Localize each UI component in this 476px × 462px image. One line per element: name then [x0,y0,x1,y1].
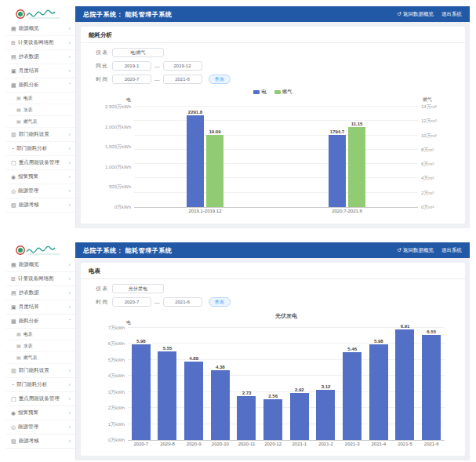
sidebar-item-key-equipment[interactable]: ▢重点用能设备管理‹ [6,392,75,406]
electric-bar[interactable]: 5.98 [132,344,151,440]
meter-doc-icon: ▤ [16,344,21,348]
sidebar-item-label: 月度结算 [19,67,67,75]
electric-bar[interactable]: 5.46 [343,352,362,440]
sidebar-item-monthly-settlement[interactable]: ▣月度结算‹ [6,64,75,78]
sidebar-item-energy-management[interactable]: ◎能源管理‹ [6,184,75,198]
sidebar-item-dept-energy-analysis[interactable]: ◔部门能耗分析‹ [6,142,75,156]
sidebar-item-meter-reading[interactable]: ▤抄表数据‹ [6,286,75,300]
legend-item[interactable]: 电 [253,89,267,96]
electric-bar[interactable]: 5.55 [158,351,176,440]
sidebar-subitem-gas-meter[interactable]: ▤燃气表 [6,352,75,364]
sidebar-subitem-water-meter[interactable]: ▤水表 [6,104,75,116]
sidebar-subitem-gas-meter[interactable]: ▤燃气表 [6,116,75,128]
sidebar-item-dept-energy-analysis[interactable]: ◔部门能耗分析‹ [6,378,75,392]
gas-bar[interactable]: 10.09 [206,135,223,207]
back-to-overview-link[interactable]: ↺返回数据概览 [398,247,434,254]
bar-value-label: 6.55 [427,329,436,334]
sidebar-item-dept-energy-settings[interactable]: ▥部门能耗设置‹ [6,128,75,142]
sidebar-item-metering-network[interactable]: ⊞计量设备网络图‹ [6,272,75,286]
legend-item[interactable]: 燃气 [274,89,293,96]
back-to-overview-label: 返回数据概览 [403,247,434,254]
logout-link[interactable]: 退出系统 [441,11,462,18]
bar-group: 5.46 [339,328,365,440]
category-slot: 2.732020-11 [234,328,260,440]
bar-group: 6.55 [418,328,445,440]
chevron-left-icon: ‹ [69,410,71,416]
electric-bar[interactable]: 2291.8 [187,115,204,207]
sidebar-item-label: 重点用能设备管理 [19,395,67,402]
electric-bar[interactable]: 6.91 [395,329,414,440]
hospital-logo-emblem [15,245,67,256]
logout-link[interactable]: 退出系统 [441,247,462,254]
range-separator: — [154,77,160,82]
time-period-row: 时 间 2020-7 — 2021-6 查询 [89,297,457,307]
sidebar-subitem-electric-meter[interactable]: ▤电表 [6,329,75,340]
meter-filter-label: 仪 表 [89,286,107,293]
time-period-label: 时 间 [89,76,107,83]
header-actions: ↺返回数据概览 退出系统 [398,6,470,22]
electric-bar[interactable]: 2.56 [263,399,282,440]
divider [81,42,465,43]
energy-management-icon: ◎ [11,188,16,194]
energy-management-icon: ◎ [11,424,16,430]
alarm-warning-icon: ◉ [11,410,16,416]
sidebar-item-dept-energy-settings[interactable]: ▥部门能耗设置‹ [6,364,75,378]
bar-group: 4.88 [180,328,207,440]
electric-bar[interactable]: 4.38 [211,370,230,440]
sidebar-item-monthly-settlement[interactable]: ▣月度结算‹ [6,300,75,315]
electric-bar[interactable]: 3.12 [316,390,335,440]
time-to-input[interactable]: 2021-6 [163,75,202,84]
sidebar-item-key-equipment[interactable]: ▢重点用能设备管理‹ [6,156,75,170]
meter-reading-icon: ▤ [11,54,16,60]
sidebar-item-alarm-warning[interactable]: ◉报警预警‹ [6,170,75,184]
sidebar-item-meter-reading[interactable]: ▤抄表数据‹ [6,50,75,64]
time-period-label: 时 间 [89,299,107,306]
sidebar-item-energy-management[interactable]: ◎能源管理‹ [6,420,75,435]
bar-value-label: 5.46 [347,347,357,351]
category-slot: 5.982021-4 [365,328,392,440]
app-header: 总院子系统： 能耗管理子系统 ↺返回数据概览 退出系统 [6,242,470,258]
electric-bar[interactable]: 2.73 [237,396,256,440]
electric-bar[interactable]: 5.98 [369,344,388,440]
bar-value-label: 1794.7 [330,129,344,134]
query-button[interactable]: 查询 [209,297,231,307]
sidebar-item-label: 重点用能设备管理 [19,159,67,166]
sidebar-item-energy-assessment[interactable]: ▧能源考核‹ [6,435,75,449]
time-from-input[interactable]: 2020-7 [112,75,151,84]
meter-doc-icon: ▤ [16,119,21,124]
bar-value-label: 5.98 [136,339,146,344]
bar-group: 5.55 [154,328,181,440]
energy-analysis-icon: ▩ [11,318,16,324]
query-button[interactable]: 查询 [209,75,231,84]
meter-doc-icon: ▤ [16,107,21,112]
compare-to-input[interactable]: 2019-12 [163,61,202,71]
electric-bar[interactable]: 2.92 [290,393,309,440]
sidebar-subitem-water-meter[interactable]: ▤水表 [6,340,75,352]
electric-bar[interactable]: 1794.7 [329,135,346,207]
sidebar-item-energy-analysis[interactable]: ▩能耗分析ˇ [6,78,75,93]
meter-select[interactable]: 光伏发电 [112,284,164,293]
time-from-input[interactable]: 2020-7 [112,297,151,307]
sidebar-item-label: 能耗分析 [19,82,67,89]
meter-select[interactable]: 电|燃气 [112,48,164,57]
sidebar-item-energy-analysis[interactable]: ▩能耗分析ˇ [6,315,75,329]
sidebar-subitem-electric-meter[interactable]: ▤电表 [6,93,75,104]
time-to-input[interactable]: 2021-6 [163,297,202,307]
electric-bar[interactable]: 4.88 [184,362,203,440]
sidebar-item-metering-network[interactable]: ⊞计量设备网络图‹ [6,36,75,50]
sidebar-item-energy-assessment[interactable]: ▧能源考核‹ [6,198,75,213]
back-to-overview-link[interactable]: ↺返回数据概览 [398,11,434,18]
pv-generation-chart: 光伏发电电0万kWh1万kWh2万kWh3万kWh4万kWh5万kWh6万kWh… [89,312,457,451]
sidebar-item-energy-overview[interactable]: ▦能源概览‹ [6,258,75,272]
category-slot: 4.382020-10 [207,328,234,440]
electric-bar[interactable]: 6.55 [422,335,441,440]
sidebar-item-label: 能源考核 [19,202,67,209]
y-axis-tick-left: 6万kWh [108,340,125,347]
compare-from-input[interactable]: 2019-1 [112,61,151,71]
monthly-settlement-icon: ▣ [11,68,16,74]
chevron-left-icon: ‹ [69,290,71,296]
sidebar-item-alarm-warning[interactable]: ◉报警预警‹ [6,406,75,420]
sidebar-item-energy-overview[interactable]: ▦能源概览‹ [6,22,75,36]
gas-bar[interactable]: 11.15 [348,127,365,207]
bar-value-label: 5.55 [163,346,173,351]
